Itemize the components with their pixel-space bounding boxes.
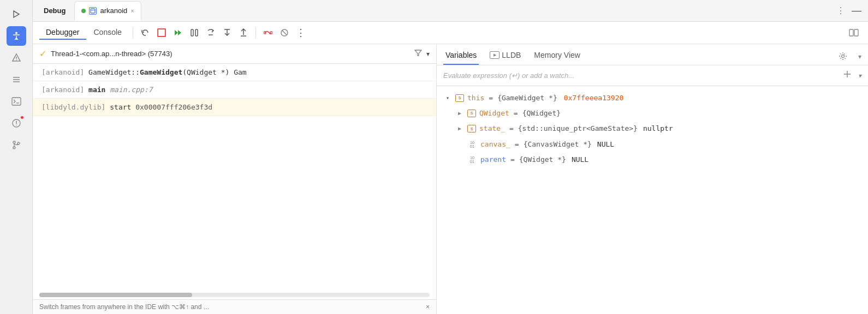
- state-expand-icon[interactable]: ▶: [455, 124, 464, 133]
- stepinto-btn[interactable]: [219, 25, 235, 40]
- state-type-icon: S: [467, 125, 476, 132]
- this-value: {GameWidget *}: [497, 93, 557, 103]
- stack-frame-2[interactable]: [libdyld.dylib] start 0x00007fff206e3f3d: [33, 99, 436, 116]
- lldb-tab-icon: ▶ LLDB: [490, 51, 521, 59]
- accessibility-icon[interactable]: [7, 26, 26, 46]
- thread-chevron-icon[interactable]: ▾: [426, 50, 430, 58]
- tab-arkanoid[interactable]: arkanoid ×: [74, 1, 141, 21]
- frame-start: start: [110, 103, 135, 111]
- alert-dot-icon[interactable]: [7, 113, 26, 133]
- add-watch-btn[interactable]: [843, 70, 852, 81]
- this-eq: =: [489, 93, 493, 103]
- tab-console[interactable]: Console: [87, 26, 128, 40]
- var-row-state[interactable]: ▶ S state_ = {std::unique_ptr<GameState>…: [437, 121, 868, 136]
- expression-input-area[interactable]: Evaluate expression (↵) or add a watch..…: [437, 65, 868, 86]
- tab-debug[interactable]: Debug: [37, 1, 72, 21]
- canvas-value: {CanvasWidget *}: [524, 140, 592, 149]
- horizontal-scrollbar[interactable]: [39, 293, 430, 297]
- toolbar: Debugger Console: [33, 22, 868, 44]
- var-row-qwidget[interactable]: ▶ S QWidget = {QWidget}: [437, 106, 868, 121]
- tab-lldb[interactable]: ▶ LLDB: [487, 49, 523, 65]
- svg-point-30: [270, 32, 272, 34]
- tab-memory[interactable]: Memory View: [532, 49, 582, 65]
- stepover-btn[interactable]: [203, 25, 218, 40]
- scrollbar-thumb[interactable]: [39, 293, 192, 297]
- status-close-btn[interactable]: ×: [426, 303, 430, 311]
- more-options-btn[interactable]: ⋮: [293, 25, 308, 40]
- svg-rect-34: [854, 29, 858, 36]
- state-nullptr: nullptr: [643, 124, 673, 134]
- thread-selector[interactable]: ✓ Thread-1-<com.ap...n-thread> (57743) ▾: [33, 44, 436, 64]
- svg-point-3: [16, 59, 17, 61]
- variables-list: ▾ S this = {GameWidget *} 0x7ffeeea13920…: [437, 86, 868, 314]
- thread-check-icon: ✓: [39, 49, 46, 59]
- frame-main: main: [88, 86, 110, 94]
- tab-variables[interactable]: Variables: [443, 49, 479, 65]
- tab-active-dot: [81, 9, 86, 13]
- variables-tabs: Variables ▶ LLDB Memory View: [437, 44, 868, 65]
- window-minimize-btn[interactable]: —: [849, 3, 864, 19]
- frame-address: 0x00007fff206e3f3d: [135, 103, 212, 111]
- qwidget-name: QWidget: [479, 108, 509, 118]
- list-icon[interactable]: [7, 70, 26, 89]
- var-row-canvas[interactable]: 10 01 canvas_ = {CanvasWidget *} NULL: [437, 137, 868, 152]
- state-name: state_: [479, 124, 505, 134]
- expr-chevron-icon[interactable]: ▾: [858, 72, 861, 80]
- thread-filter-icon[interactable]: [414, 49, 422, 58]
- git-icon[interactable]: [7, 135, 26, 155]
- tab-file-icon: [89, 7, 97, 15]
- warning-icon[interactable]: [7, 48, 26, 68]
- frame-location: main.cpp:7: [110, 86, 152, 94]
- tab-debugger[interactable]: Debugger: [39, 26, 86, 40]
- tab-close-btn[interactable]: ×: [130, 8, 134, 14]
- debugger-label: Debugger: [46, 28, 80, 37]
- svg-point-12: [13, 141, 15, 143]
- var-row-parent[interactable]: 10 01 parent = {QWidget *} NULL: [437, 152, 868, 167]
- svg-point-11: [16, 125, 17, 126]
- svg-marker-21: [178, 30, 181, 35]
- lldb-terminal-icon: ▶: [490, 51, 500, 59]
- svg-rect-22: [191, 29, 193, 36]
- qwidget-expand-icon[interactable]: ▶: [455, 109, 464, 118]
- stepout-btn[interactable]: [236, 25, 251, 40]
- state-value: {std::unique_ptr<GameState>}: [518, 124, 638, 134]
- this-address: 0x7ffeeea13920: [564, 93, 624, 103]
- frame-bracket: [arkanoid]: [41, 68, 88, 76]
- resume-btn[interactable]: [170, 25, 186, 40]
- svg-point-13: [13, 147, 15, 149]
- clear-btn[interactable]: [277, 25, 292, 40]
- tab-arkanoid-label: arkanoid: [100, 7, 127, 15]
- frame-func: GameWidget::GameWidget(QWidget *) Gam: [88, 68, 247, 76]
- toolbar-separator-2: [255, 27, 256, 38]
- canvas-type-icon: 10 01: [467, 141, 477, 148]
- vars-chevron-icon[interactable]: ▾: [858, 53, 861, 61]
- this-expand-icon[interactable]: ▾: [443, 94, 452, 102]
- tab-bar: Debug arkanoid × ⋮ —: [33, 0, 868, 22]
- pause-btn[interactable]: [187, 25, 202, 40]
- qwidget-eq: =: [514, 108, 518, 118]
- expr-placeholder-text: Evaluate expression (↵) or add a watch..…: [443, 71, 574, 80]
- stack-frame-1[interactable]: [arkanoid] main main.cpp:7: [33, 81, 436, 99]
- rerun-btn[interactable]: [138, 25, 153, 40]
- connect-btn[interactable]: [260, 25, 276, 40]
- parent-name: parent: [480, 155, 506, 165]
- var-row-this[interactable]: ▾ S this = {GameWidget *} 0x7ffeeea13920: [437, 90, 868, 106]
- call-stack-panel: ✓ Thread-1-<com.ap...n-thread> (57743) ▾…: [33, 44, 437, 314]
- stop-btn[interactable]: [154, 25, 169, 40]
- tab-menu-btn[interactable]: ⋮: [834, 3, 847, 18]
- thread-name: Thread-1-<com.ap...n-thread> (57743): [51, 50, 410, 58]
- status-bar: Switch frames from anywhere in the IDE w…: [33, 299, 436, 314]
- parent-type-icon: 10 01: [467, 156, 477, 164]
- svg-point-36: [842, 55, 845, 57]
- stack-frame-0[interactable]: [arkanoid] GameWidget::GameWidget(QWidge…: [33, 64, 436, 81]
- vars-settings-icon[interactable]: [839, 52, 847, 62]
- toolbar-separator: [133, 27, 133, 38]
- split-editor-btn[interactable]: [846, 25, 861, 40]
- terminal-icon[interactable]: [7, 92, 26, 111]
- svg-line-32: [282, 31, 287, 35]
- svg-marker-35: [415, 50, 421, 56]
- content-area: ✓ Thread-1-<com.ap...n-thread> (57743) ▾…: [33, 44, 868, 314]
- memory-tab-label: Memory View: [534, 51, 580, 59]
- svg-rect-7: [12, 98, 21, 105]
- run-icon[interactable]: [7, 4, 26, 24]
